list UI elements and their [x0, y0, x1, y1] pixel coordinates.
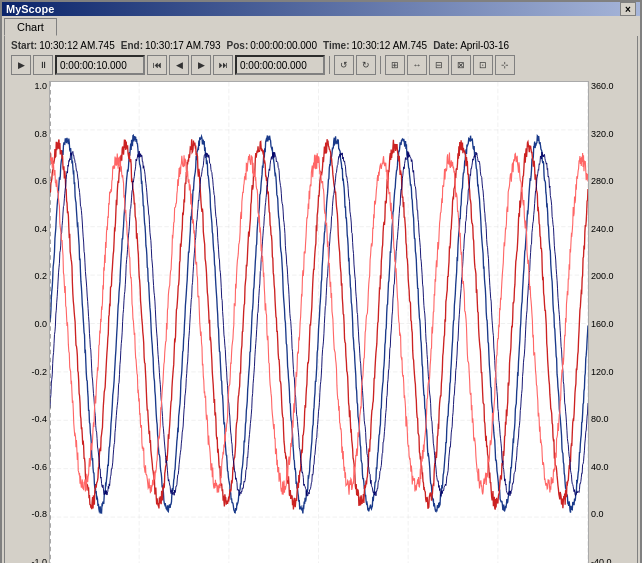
date-info: Date: April-03-16	[433, 40, 509, 51]
cursor-button[interactable]: ⊹	[495, 55, 515, 75]
y-tick-right: 280.0	[591, 176, 614, 186]
start-value: 10:30:12 AM.745	[39, 40, 115, 51]
y-tick-left: 0.4	[34, 224, 47, 234]
y-tick-right: 240.0	[591, 224, 614, 234]
y-tick-right: 200.0	[591, 271, 614, 281]
chart-panel: Start: 10:30:12 AM.745 End: 10:30:17 AM.…	[4, 36, 638, 563]
time-label: Time:	[323, 40, 350, 51]
window-title: MyScope	[6, 3, 54, 15]
y-tick-left: 0.8	[34, 129, 47, 139]
zoom-bars-button[interactable]: ⊟	[429, 55, 449, 75]
title-bar: MyScope ×	[2, 2, 640, 16]
zoom-fit-button[interactable]: ⊞	[385, 55, 405, 75]
y-tick-left: -0.2	[31, 367, 47, 377]
y-tick-left: 0.2	[34, 271, 47, 281]
y-tick-right: -40.0	[591, 557, 612, 563]
play-button[interactable]: ▶	[11, 55, 31, 75]
toolbar-sep2	[380, 56, 381, 74]
pos-input[interactable]	[235, 55, 325, 75]
title-bar-left: MyScope	[6, 3, 54, 15]
zoom-x-button[interactable]: ↔	[407, 55, 427, 75]
zoom-max-button[interactable]: ⊡	[473, 55, 493, 75]
y-tick-right: 0.0	[591, 509, 604, 519]
time-info: Time: 10:30:12 AM.745	[323, 40, 427, 51]
start-label: Start:	[11, 40, 37, 51]
y-tick-left: -0.6	[31, 462, 47, 472]
end-value: 10:30:17 AM.793	[145, 40, 221, 51]
y-tick-right: 40.0	[591, 462, 609, 472]
toolbar-sep1	[329, 56, 330, 74]
toolbar: ▶ ⏸ ⏮ ◀ ▶ ⏭ ↺ ↻ ⊞ ↔ ⊟ ⊠ ⊡ ⊹	[7, 53, 635, 77]
chart-svg-area[interactable]	[49, 81, 589, 563]
skip-end-button[interactable]: ⏭	[213, 55, 233, 75]
date-label: Date:	[433, 40, 458, 51]
skip-start-button[interactable]: ⏮	[147, 55, 167, 75]
time-value: 10:30:12 AM.745	[352, 40, 428, 51]
play2-button[interactable]: ▶	[191, 55, 211, 75]
y-tick-right: 80.0	[591, 414, 609, 424]
y-tick-right: 360.0	[591, 81, 614, 91]
content-area: Chart Start: 10:30:12 AM.745 End: 10:30:…	[2, 16, 640, 563]
step-back-button[interactable]: ◀	[169, 55, 189, 75]
zoom-out-button[interactable]: ⊠	[451, 55, 471, 75]
pos-label: Pos:	[227, 40, 249, 51]
pos-value: 0:00:00:00.000	[250, 40, 317, 51]
y-axis-left: 1.00.80.60.40.20.0-0.2-0.4-0.6-0.8-1.0	[11, 81, 49, 563]
y-tick-right: 160.0	[591, 319, 614, 329]
time-range-input[interactable]	[55, 55, 145, 75]
y-tick-left: -0.8	[31, 509, 47, 519]
pause-button[interactable]: ⏸	[33, 55, 53, 75]
tab-chart[interactable]: Chart	[4, 18, 57, 36]
y-tick-left: 0.6	[34, 176, 47, 186]
y-tick-left: 1.0	[34, 81, 47, 91]
refresh-button[interactable]: ↺	[334, 55, 354, 75]
chart-main: 0.000s1.000s2.000s3.000s4.000s5.000s6.00…	[49, 81, 589, 563]
info-bar: Start: 10:30:12 AM.745 End: 10:30:17 AM.…	[7, 38, 635, 53]
start-info: Start: 10:30:12 AM.745	[11, 40, 115, 51]
y-tick-left: 0.0	[34, 319, 47, 329]
y-tick-left: -0.4	[31, 414, 47, 424]
y-tick-left: -1.0	[31, 557, 47, 563]
end-info: End: 10:30:17 AM.793	[121, 40, 221, 51]
tab-bar: Chart	[4, 18, 638, 36]
end-label: End:	[121, 40, 143, 51]
pos-info: Pos: 0:00:00:00.000	[227, 40, 317, 51]
date-value: April-03-16	[460, 40, 509, 51]
y-tick-right: 320.0	[591, 129, 614, 139]
close-button[interactable]: ×	[620, 2, 636, 16]
main-window: MyScope × Chart Start: 10:30:12 AM.745 E…	[0, 0, 642, 563]
chart-container: 1.00.80.60.40.20.0-0.2-0.4-0.6-0.8-1.0	[7, 77, 635, 563]
y-axis-right: 360.0320.0280.0240.0200.0160.0120.080.04…	[589, 81, 631, 563]
y-tick-right: 120.0	[591, 367, 614, 377]
refresh2-button[interactable]: ↻	[356, 55, 376, 75]
